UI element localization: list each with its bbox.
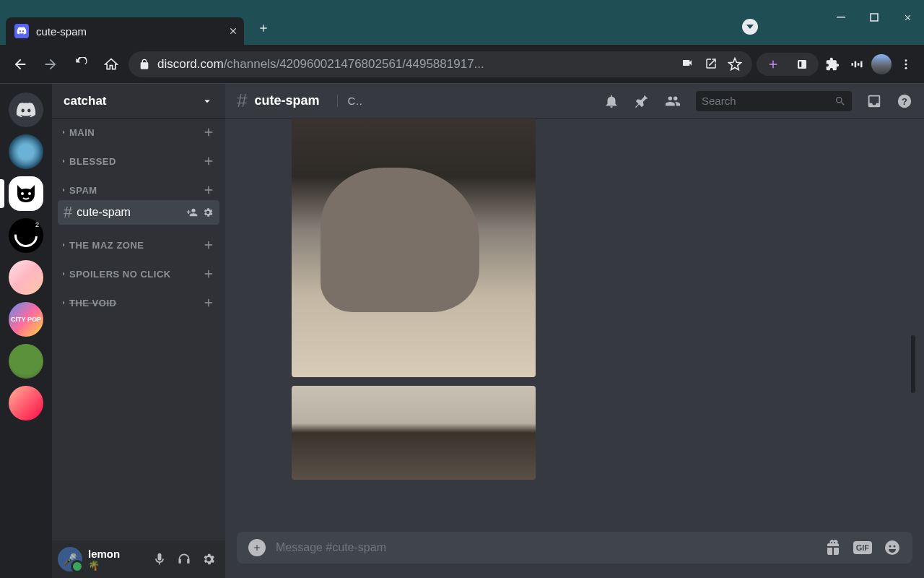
category-blessed[interactable]: BLESSED (58, 142, 219, 171)
category-maz-zone[interactable]: THE MAZ ZONE (58, 225, 219, 254)
help-icon[interactable]: ? (897, 93, 912, 109)
server-icon-anime[interactable] (9, 386, 43, 420)
hash-icon: # (64, 203, 72, 222)
channel-topic[interactable]: C... (337, 95, 363, 107)
home-button[interactable] (9, 92, 43, 127)
tab-title: cute-spam (36, 25, 218, 38)
svg-point-12 (889, 545, 892, 548)
tab-close-button[interactable] (225, 23, 241, 39)
notifications-bell-icon[interactable] (603, 93, 619, 109)
browser-tab-active[interactable]: cute-spam (6, 17, 244, 45)
pinned-messages-icon[interactable] (634, 93, 650, 109)
inbox-icon[interactable] (866, 93, 882, 109)
category-spam[interactable]: SPAM (58, 171, 219, 199)
user-info[interactable]: lemon 🌴 (88, 548, 143, 571)
window-maximize-button[interactable] (858, 3, 891, 32)
emoji-icon[interactable] (884, 539, 901, 556)
svg-point-13 (894, 545, 896, 548)
server-header[interactable]: catchat (52, 84, 225, 118)
lock-icon (139, 59, 150, 70)
camera-icon[interactable] (680, 57, 694, 69)
channel-cute-spam[interactable]: # cute-spam (58, 200, 219, 225)
category-spoilers[interactable]: SPOILERS NO CLICK (58, 254, 219, 283)
member-list-icon[interactable] (664, 93, 681, 109)
discord-favicon (14, 24, 29, 38)
server-icon-moon[interactable]: 2 (9, 218, 43, 253)
browser-urlbar: discord.com/channels/420960021476802561/… (0, 45, 924, 84)
svg-point-6 (905, 66, 907, 69)
channel-title: cute-spam (254, 93, 319, 108)
attach-button[interactable] (248, 539, 266, 556)
browser-profile-avatar[interactable] (871, 53, 892, 75)
category-void[interactable]: THE VOID (58, 283, 219, 312)
server-name: catchat (64, 94, 107, 108)
server-rail: 2 CITY POP (0, 84, 52, 578)
window-titlebar (0, 0, 924, 12)
server-icon-1[interactable] (9, 134, 43, 169)
gear-icon[interactable] (202, 207, 214, 218)
chat-header: # cute-spam C... Search ? (225, 84, 924, 118)
svg-rect-1 (871, 14, 878, 21)
window-controls (824, 3, 924, 32)
address-bar[interactable]: discord.com/channels/420960021476802561/… (128, 51, 752, 77)
extensions-group (757, 53, 917, 76)
svg-text:?: ? (902, 95, 907, 106)
mute-mic-button[interactable] (149, 548, 170, 570)
channel-sidebar: catchat MAIN BLESSED SPAM # cute-spam (52, 84, 225, 578)
add-channel-icon[interactable] (202, 267, 215, 280)
url-text: discord.com/channels/420960021476802561/… (157, 57, 484, 72)
extensions-puzzle-icon[interactable] (821, 53, 843, 75)
server-icon-citypop[interactable]: CITY POP (9, 302, 43, 337)
window-minimize-button[interactable] (824, 3, 858, 32)
server-icon-pink[interactable] (9, 260, 43, 295)
chevron-right-icon (59, 157, 68, 165)
channel-list[interactable]: MAIN BLESSED SPAM # cute-spam THE MAZ (52, 118, 225, 540)
nav-home-button[interactable] (98, 51, 124, 77)
add-channel-icon[interactable] (202, 184, 215, 197)
chevron-right-icon (59, 269, 68, 278)
message-image[interactable] (292, 386, 536, 480)
browser-tabstrip: cute-spam (0, 12, 924, 45)
nav-reload-button[interactable] (68, 51, 94, 77)
server-icon-pepe[interactable] (9, 344, 43, 379)
bookmark-star-icon[interactable] (728, 57, 742, 72)
nav-forward-button[interactable] (38, 51, 64, 77)
chat-messages[interactable] (225, 118, 924, 532)
svg-point-7 (21, 192, 24, 195)
server-icon-catchat[interactable] (9, 176, 43, 211)
gift-icon[interactable] (824, 539, 842, 556)
add-channel-icon[interactable] (202, 296, 215, 309)
new-tab-button[interactable] (253, 17, 274, 39)
browser-menu-button[interactable] (895, 53, 917, 75)
chevron-right-icon (59, 298, 68, 307)
deafen-button[interactable] (173, 548, 195, 570)
extension-plus-icon[interactable] (762, 53, 784, 75)
add-channel-icon[interactable] (202, 238, 215, 251)
user-settings-button[interactable] (198, 548, 219, 570)
scrollbar-thumb[interactable] (911, 335, 915, 393)
category-main[interactable]: MAIN (58, 126, 219, 142)
window-close-button[interactable] (891, 3, 924, 32)
message-placeholder: Message #cute-spam (276, 541, 814, 554)
message-input[interactable]: Message #cute-spam GIF (237, 532, 912, 564)
invite-icon[interactable] (186, 207, 198, 218)
media-control-icon[interactable] (846, 53, 868, 75)
svg-rect-0 (837, 17, 845, 18)
search-icon (834, 95, 846, 107)
discord-app: 2 CITY POP catchat MAIN BLESSED SPAM # (0, 84, 924, 578)
user-avatar[interactable]: 🎤 (58, 547, 82, 571)
nav-back-button[interactable] (7, 51, 33, 77)
hash-icon: # (237, 90, 247, 112)
add-channel-icon[interactable] (202, 155, 215, 168)
profile-indicator-icon[interactable] (742, 19, 758, 35)
install-app-icon[interactable] (705, 57, 718, 70)
gif-button[interactable]: GIF (853, 541, 872, 554)
chevron-right-icon (59, 186, 68, 194)
chevron-right-icon (59, 128, 68, 137)
add-channel-icon[interactable] (202, 126, 215, 139)
extensions-pill (757, 53, 819, 76)
message-image[interactable] (292, 118, 536, 377)
extension-item-icon[interactable] (791, 53, 813, 75)
search-input[interactable]: Search (696, 91, 852, 111)
header-toolbar: Search ? (603, 91, 912, 111)
